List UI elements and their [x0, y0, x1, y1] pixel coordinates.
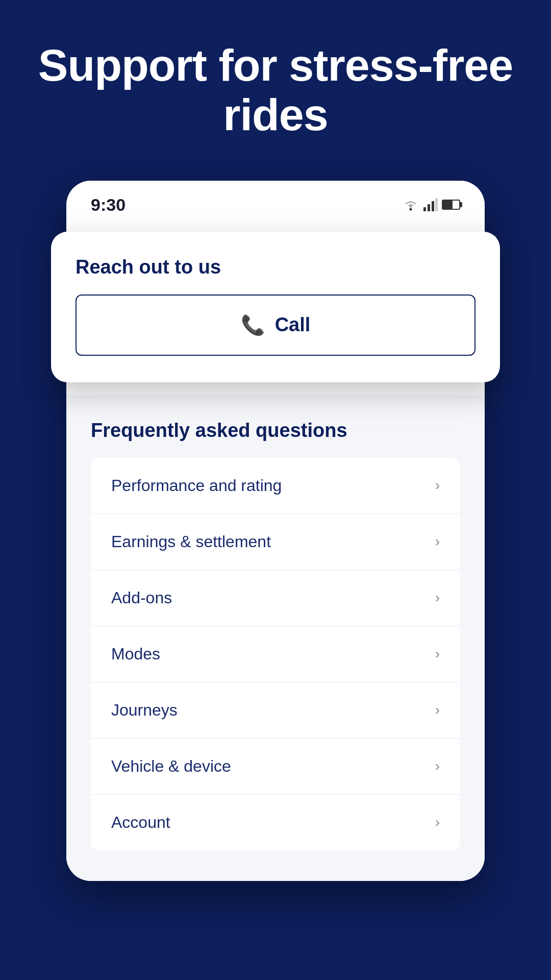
call-button[interactable]: 📞 Call [76, 295, 475, 356]
svg-point-0 [410, 208, 412, 211]
wifi-icon [402, 198, 419, 211]
faq-title: Frequently asked questions [91, 420, 460, 442]
faq-item-label: Add-ons [111, 589, 172, 607]
svg-rect-4 [435, 198, 438, 211]
chevron-right-icon: › [435, 533, 440, 550]
svg-rect-3 [432, 201, 434, 211]
status-bar: 9:30 [66, 181, 485, 225]
chevron-right-icon: › [435, 646, 440, 662]
faq-item[interactable]: Performance and rating › [91, 458, 460, 514]
faq-section: Frequently asked questions Performance a… [66, 395, 485, 881]
status-icons [402, 198, 460, 211]
faq-item-label: Journeys [111, 701, 178, 720]
faq-item[interactable]: Add-ons › [91, 570, 460, 626]
faq-item-label: Earnings & settlement [111, 532, 271, 551]
reach-out-title: Reach out to us [76, 256, 475, 278]
faq-item-label: Modes [111, 645, 160, 664]
faq-item-label: Account [111, 813, 170, 832]
chevron-right-icon: › [435, 758, 440, 774]
hero-section: Support for stress-free rides [0, 0, 551, 170]
chevron-right-icon: › [435, 702, 440, 718]
faq-item[interactable]: Vehicle & device › [91, 739, 460, 795]
phone-container: 9:30 ← Support [66, 181, 485, 881]
battery-icon [442, 200, 460, 210]
faq-list: Performance and rating › Earnings & sett… [91, 458, 460, 850]
faq-item[interactable]: Modes › [91, 626, 460, 682]
hero-title: Support for stress-free rides [31, 41, 520, 140]
faq-item[interactable]: Journeys › [91, 682, 460, 739]
signal-icon [423, 198, 438, 211]
faq-item[interactable]: Account › [91, 795, 460, 850]
svg-rect-1 [423, 207, 426, 211]
reach-out-card: Reach out to us 📞 Call [51, 232, 500, 382]
phone-icon: 📞 [241, 314, 265, 336]
status-time: 9:30 [91, 195, 126, 215]
faq-item-label: Vehicle & device [111, 757, 231, 776]
call-label: Call [275, 314, 311, 336]
chevron-right-icon: › [435, 477, 440, 494]
chevron-right-icon: › [435, 590, 440, 606]
chevron-right-icon: › [435, 814, 440, 830]
faq-item[interactable]: Earnings & settlement › [91, 514, 460, 570]
faq-item-label: Performance and rating [111, 476, 282, 495]
svg-rect-2 [428, 204, 430, 211]
